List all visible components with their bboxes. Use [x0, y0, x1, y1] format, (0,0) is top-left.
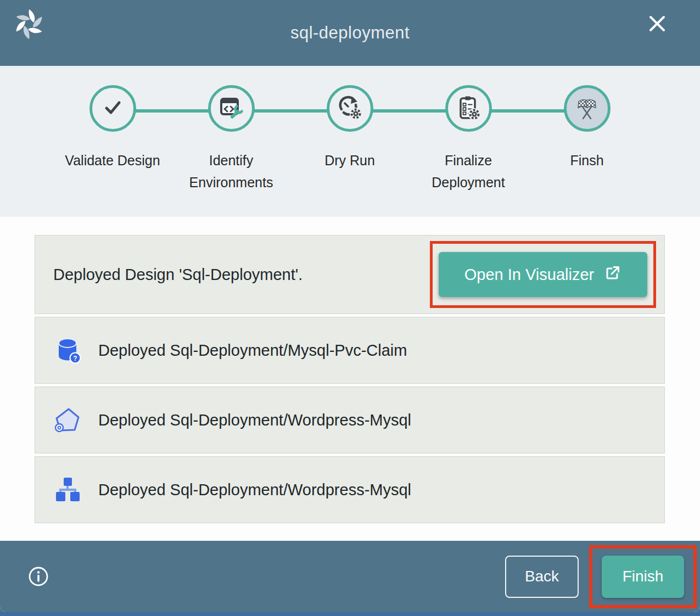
step-label: Finsh	[570, 149, 603, 171]
deployed-resource-row: Deployed Sql-Deployment/Wordpress-Mysql	[35, 456, 665, 523]
deployed-resource-text: Deployed Sql-Deployment/Mysql-Pvc-Claim	[98, 341, 407, 360]
hierarchy-tree-icon	[53, 475, 82, 504]
step-circle	[327, 85, 373, 132]
deployment-message: Deployed Design 'Sql-Deployment'.	[53, 266, 303, 284]
step-label: Validate Design	[65, 149, 160, 171]
step-finalize-deployment[interactable]: Finalize Deployment	[409, 85, 528, 193]
pentagon-badge-icon	[53, 406, 82, 434]
deployed-resource-row: ? Deployed Sql-Deployment/Mysql-Pvc-Clai…	[35, 317, 665, 384]
deployment-summary-row: Deployed Design 'Sql-Deployment'. Open I…	[35, 235, 665, 314]
sync-gear-icon	[337, 94, 363, 123]
deployment-wizard-dialog: sql-deployment Validate Design	[0, 0, 700, 612]
deployment-results: Deployed Design 'Sql-Deployment'. Open I…	[0, 217, 700, 541]
info-icon[interactable]	[26, 564, 51, 589]
dialog-title: sql-deployment	[290, 23, 410, 43]
external-link-icon	[604, 264, 621, 285]
step-label: Identify Environments	[172, 149, 290, 193]
step-label: Finalize Deployment	[409, 149, 528, 193]
deployed-resource-row: Deployed Sql-Deployment/Wordpress-Mysql	[35, 387, 665, 453]
open-in-visualizer-label: Open In Visualizer	[464, 266, 594, 284]
step-circle	[89, 85, 136, 132]
clipboard-gear-icon	[455, 94, 481, 123]
step-finish[interactable]: Finsh	[528, 85, 646, 193]
open-in-visualizer-button[interactable]: Open In Visualizer	[439, 252, 647, 297]
step-identify-environments[interactable]: Identify Environments	[172, 85, 290, 193]
dialog-footer: Back Finish	[0, 541, 700, 612]
svg-text:?: ?	[73, 355, 77, 362]
step-circle	[564, 85, 611, 132]
dialog-header: sql-deployment	[0, 0, 700, 66]
stepper: Validate Design Ident	[0, 66, 700, 217]
step-validate-design[interactable]: Validate Design	[53, 85, 172, 193]
back-button[interactable]: Back	[505, 556, 579, 598]
meshery-logo-icon	[12, 7, 46, 41]
highlight-box-visualizer: Open In Visualizer	[430, 241, 656, 308]
check-icon	[99, 94, 126, 123]
step-circle	[445, 85, 492, 132]
finish-button[interactable]: Finish	[602, 556, 684, 598]
step-dry-run[interactable]: Dry Run	[290, 85, 409, 193]
database-question-icon: ?	[53, 336, 82, 365]
step-circle	[208, 85, 255, 132]
highlight-box-finish: Finish	[589, 545, 697, 608]
checkered-flags-icon	[574, 94, 600, 123]
deployed-resource-text: Deployed Sql-Deployment/Wordpress-Mysql	[98, 481, 411, 499]
close-icon[interactable]	[645, 12, 669, 36]
code-window-wrench-icon	[218, 94, 244, 123]
deployed-resource-text: Deployed Sql-Deployment/Wordpress-Mysql	[98, 411, 411, 429]
step-label: Dry Run	[324, 149, 375, 171]
